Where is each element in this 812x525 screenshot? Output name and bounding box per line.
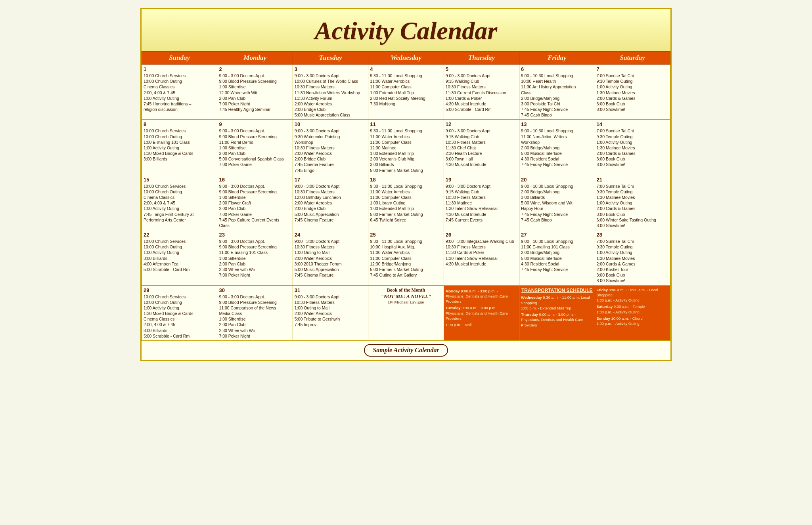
day-number: 25	[370, 232, 442, 238]
event-item: 7:45 Friday Night Service	[521, 162, 593, 167]
event-item: 8:00 Showtime!	[597, 223, 668, 228]
event-item: 5:00 Conversational Spanish Class	[219, 156, 291, 162]
day-number: 9	[219, 121, 291, 127]
event-item: 1:00 Activity Outing	[144, 250, 215, 255]
day-number: 10	[295, 121, 366, 127]
event-item: 1:00 Sitterdise	[219, 84, 291, 90]
day-number: 2	[219, 66, 291, 72]
event-item: religion discussion	[144, 107, 215, 112]
event-item: 1:00 Extended Mall Trip	[370, 90, 442, 95]
day-number: 7	[597, 66, 668, 72]
event-item: 2:00 Kosher Tour	[597, 267, 668, 272]
event-item: 4:30 Musical Interlude	[446, 212, 517, 217]
event-item: 3:00 Poolside Tai Chi	[521, 101, 593, 107]
day-cell: 199:00 - 3:00 Doctors Appt.9:15 Walking …	[444, 175, 519, 230]
calendar-grid: Sunday Monday Tuesday Wednesday Thursday…	[142, 51, 670, 341]
day-number: 14	[597, 121, 668, 127]
event-item: 10:00 Church Outing	[144, 300, 215, 305]
event-item: 7:00 Poker Night	[219, 272, 291, 278]
event-item: 1:30 Matinee Movies	[597, 195, 668, 200]
event-item: 1:30 Mixed Bridge & Cards	[144, 311, 215, 316]
event-item: 1:30 Matinee Movies	[597, 256, 668, 261]
event-item: 9:00 - 3:00 Doctors Appt.	[219, 128, 291, 134]
event-item: 1:00 Outing to Mall	[295, 250, 366, 255]
event-item: 1:00 Sitterdise	[219, 256, 291, 261]
day-cell: 169:00 - 3:00 Doctors Appt.9:00 Blood Pr…	[217, 175, 293, 230]
event-item: 10:30 Fitness Matters	[446, 139, 517, 145]
event-item: 12:00 Birthday Luncheon	[295, 195, 366, 200]
day-cell: 109:00 - 3:00 Doctors Appt.9:30 Watercol…	[293, 120, 368, 175]
event-item: 2:00, 4:00 & 7:45	[144, 200, 215, 206]
event-item: 2:00, 4:00 & 7:45	[144, 322, 215, 327]
event-item: 7:45 Cinema Feature	[295, 272, 366, 278]
event-item: 11:00 Water Aerobics	[370, 78, 442, 84]
day-cell: 287:00 Sunrise Tai Chi9:30 Temple Outing…	[595, 230, 670, 285]
event-item: 7:45 Tango First Century at	[144, 212, 215, 217]
day-cell: 179:00 - 3:00 Doctors Appt.10:30 Fitness…	[293, 175, 368, 230]
event-item: 2:00 Water Aerobics	[295, 256, 366, 261]
event-item: 11:00 Computer Class	[370, 256, 442, 261]
day-number: 21	[597, 177, 668, 183]
event-item: 4:30 Resident Social	[521, 156, 593, 162]
event-item: 5:00 Musical Interlude	[521, 151, 593, 156]
event-item: 10:00 Church Outing	[144, 134, 215, 139]
event-item: 9:00 - 3:00 Doctors Appt.	[219, 294, 291, 300]
event-item: 3:00 2010 Theater Forum	[295, 261, 366, 267]
event-item: 9:00 - 10:30 Local Shopping	[521, 128, 593, 134]
event-item: 2:00 Pan Club	[219, 261, 291, 267]
event-item: 2:00 Flower Craft	[219, 200, 291, 206]
day-cell: 2910:00 Church Services10:00 Church Outi…	[142, 285, 217, 340]
event-item: 5:00 Scrabble - Card Rm	[446, 107, 517, 112]
event-item: 9:30 - 11:00 Local Shopping	[370, 73, 442, 78]
event-item: 9:00 Blood Pressure Screening	[219, 189, 291, 195]
event-item: 11:00 Water Aerobics	[370, 189, 442, 195]
day-number: 13	[521, 121, 593, 127]
event-item: 1:00 Activity Outing	[597, 250, 668, 255]
calendar-footer: Sample Activity Calendar	[142, 341, 670, 360]
event-item: 7:00 Poker Game	[219, 162, 291, 167]
event-item: 1:00 Activity Outing	[144, 305, 215, 311]
day-cell: 119:30 - 11:00 Local Shopping11:00 Water…	[368, 120, 444, 175]
day-cell: 239:00 - 3:00 Doctors Appt.9:00 Blood Pr…	[217, 230, 293, 285]
header-thursday: Thursday	[444, 52, 519, 65]
transport-friday-text: Friday 9:00 a.m. - 10:30 a.m. - Local Sh…	[597, 287, 668, 303]
event-item: 6:45 Twilight Soiree	[370, 217, 442, 223]
day-number: 22	[144, 232, 215, 238]
transport-sunday-text: Sunday 10:00 a.m. - Church1:00 p.m. - Ac…	[597, 316, 668, 326]
week-row-1: 110:00 Church Services10:00 Church Outin…	[142, 65, 670, 120]
event-item: 10:00 Church Outing	[144, 78, 215, 84]
transport-wednesday: Wednesday 9:30 a.m. - 11:00 a.m. Local S…	[521, 295, 593, 311]
transport-thursday-text: Thursday 9:00 a.m. - 3:00 p.m. - Physici…	[521, 312, 593, 328]
day-cell: 77:00 Sunrise Tai Chi9:30 Temple Outing1…	[595, 65, 670, 120]
event-item: 9:00 - 3:00 Doctors Appt.	[446, 73, 517, 78]
event-item: 9:30 - 11:00 Local Shopping	[370, 239, 442, 244]
event-item: 2:00 Cards & Games	[597, 151, 668, 156]
event-item: 9:00 - 10:30 Local Shopping	[521, 73, 593, 78]
day-cell: 129:00 - 3:00 Doctors Appt.9:15 Walking …	[444, 120, 519, 175]
event-item: 7:45 Current Events	[446, 217, 517, 223]
event-item: 4:00 Afternoon Tea	[144, 261, 215, 267]
event-item: 5:00 Music Appreciation	[295, 267, 366, 272]
event-item: 8:00 Showtime!	[597, 278, 668, 283]
event-item: 1:00 Activity Outing	[144, 145, 215, 151]
event-item: Cinema Classics	[144, 316, 215, 322]
event-item: 2:00 Veteran's Club Mtg.	[370, 156, 442, 162]
event-item: 1:00 Sitterdise	[219, 195, 291, 200]
transport-saturday-text: Saturday 9:30 a.m. - Temple1:00 p.m. - A…	[597, 304, 668, 315]
event-item: 12:30 Whee with Wii	[219, 90, 291, 95]
event-item: 1:00 Cards & Poker	[446, 95, 517, 101]
day-cell: 259:30 - 11:00 Local Shopping10:00 Hospi…	[368, 230, 444, 285]
event-item: 2:30 Health Lecture	[446, 151, 517, 156]
event-item: 5:00 Farmer's Market Outing	[370, 168, 442, 173]
event-item: Happy Hour	[521, 206, 593, 211]
event-item: 10:00 Heart Health	[521, 78, 593, 84]
day-cell: 110:00 Church Services10:00 Church Outin…	[142, 65, 217, 120]
event-item: 11:00 Water Aerobics	[370, 250, 442, 255]
event-item: 9:00 Blood Pressure Screening	[219, 134, 291, 139]
event-item: 2:00 Cards & Games	[597, 261, 668, 267]
event-item: 11:00 Computer Class	[370, 139, 442, 145]
event-item: 2:00 Bridge Club	[295, 156, 366, 162]
event-item: Performing Arts Center	[144, 217, 215, 223]
event-item: 11:00 Computer Class	[370, 195, 442, 200]
event-item: 1:00 Outing to Mall	[295, 305, 366, 311]
